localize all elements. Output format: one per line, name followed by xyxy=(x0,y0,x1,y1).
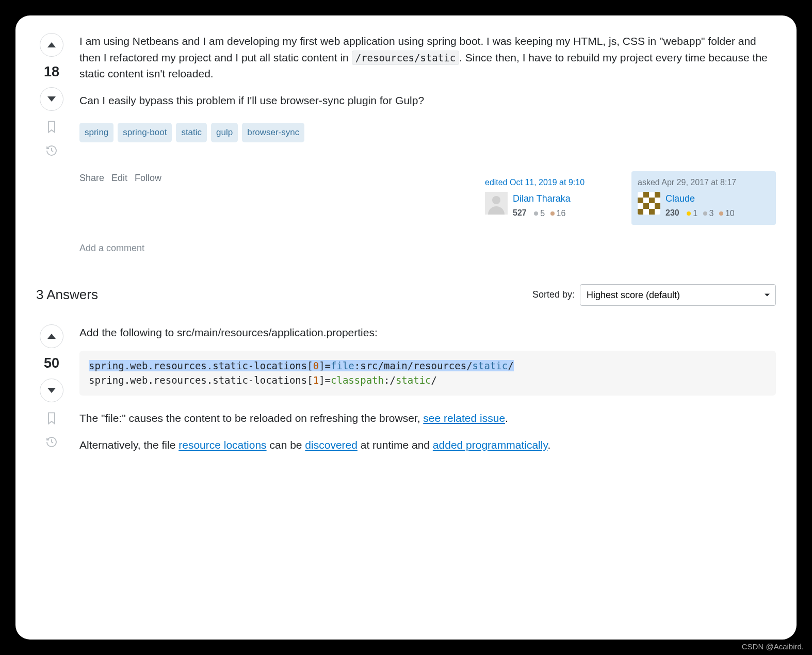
history-icon xyxy=(45,144,58,157)
question-body: I am using Netbeans and I am developing … xyxy=(79,33,776,255)
follow-link[interactable]: Follow xyxy=(135,171,161,185)
question-vote-column: 18 xyxy=(36,33,67,255)
timeline-button[interactable] xyxy=(45,436,58,450)
edit-link[interactable]: Edit xyxy=(111,171,127,185)
bookmark-button[interactable] xyxy=(46,412,57,427)
caret-up-icon xyxy=(47,333,56,339)
question-footer: Share Edit Follow edited Oct 11, 2019 at… xyxy=(79,171,776,225)
answer-vote-score: 50 xyxy=(44,355,59,371)
upvote-button[interactable] xyxy=(40,33,63,57)
editor-card: edited Oct 11, 2019 at 9:10 Dilan Tharak… xyxy=(479,171,623,225)
share-link[interactable]: Share xyxy=(79,171,104,185)
watermark: CSDN @Acaibird. xyxy=(742,642,804,651)
answers-header: 3 Answers Sorted by: Highest score (defa… xyxy=(36,284,776,306)
caret-up-icon xyxy=(47,42,56,48)
avatar[interactable] xyxy=(485,192,508,215)
edit-timestamp[interactable]: edited Oct 11, 2019 at 9:10 xyxy=(485,176,617,189)
ask-timestamp: asked Apr 29, 2017 at 8:17 xyxy=(638,176,770,189)
caret-down-icon xyxy=(47,96,56,102)
answer-paragraph: Add the following to src/main/resources/… xyxy=(79,324,776,341)
user-cards: edited Oct 11, 2019 at 9:10 Dilan Tharak… xyxy=(479,171,776,225)
asker-name[interactable]: Claude xyxy=(665,192,735,206)
downvote-button[interactable] xyxy=(40,379,63,402)
tag[interactable]: static xyxy=(176,123,207,142)
answer-body: Add the following to src/main/resources/… xyxy=(79,324,776,464)
question-vote-score: 18 xyxy=(44,64,59,80)
tag[interactable]: spring-boot xyxy=(118,123,172,142)
post-actions: Share Edit Follow xyxy=(79,171,161,185)
editor-rep: 527 5 16 xyxy=(513,207,571,220)
downvote-button[interactable] xyxy=(40,87,63,111)
history-icon xyxy=(45,436,58,448)
answer-paragraph: The "file:" causes the content to be rel… xyxy=(79,410,776,427)
bookmark-icon xyxy=(46,412,57,425)
add-comment-link[interactable]: Add a comment xyxy=(79,241,776,255)
avatar[interactable] xyxy=(638,192,660,215)
tag[interactable]: browser-sync xyxy=(242,123,304,142)
question-paragraph: Can I easily bypass this problem if I'll… xyxy=(79,92,776,109)
upvote-button[interactable] xyxy=(40,324,63,348)
bookmark-button[interactable] xyxy=(46,120,57,135)
avatar-placeholder-icon xyxy=(485,192,508,215)
answer-post: 50 Add the following to src/main/resourc… xyxy=(36,324,776,464)
bookmark-icon xyxy=(46,120,57,134)
timeline-button[interactable] xyxy=(45,144,58,158)
content-card: 18 I am using Netbeans and I am developi… xyxy=(15,15,797,640)
caret-down-icon xyxy=(47,387,56,394)
answers-title: 3 Answers xyxy=(36,287,98,303)
svg-point-1 xyxy=(492,196,500,204)
answer-vote-column: 50 xyxy=(36,324,67,464)
asker-rep: 230 1 3 10 xyxy=(665,207,735,220)
related-issue-link[interactable]: see related issue xyxy=(423,412,505,424)
added-programmatically-link[interactable]: added programmatically xyxy=(433,439,548,451)
tag-list: spring spring-boot static gulp browser-s… xyxy=(79,123,776,142)
question-post: 18 I am using Netbeans and I am developi… xyxy=(36,33,776,255)
discovered-link[interactable]: discovered xyxy=(305,439,358,451)
editor-name[interactable]: Dilan Tharaka xyxy=(513,192,571,206)
asker-card: asked Apr 29, 2017 at 8:17 Claude 230 1 … xyxy=(631,171,776,225)
sorted-by-label: Sorted by: xyxy=(532,289,575,300)
sort-control: Sorted by: Highest score (default) xyxy=(532,284,776,306)
tag[interactable]: gulp xyxy=(211,123,238,142)
resource-locations-link[interactable]: resource locations xyxy=(178,439,266,451)
sort-select[interactable]: Highest score (default) xyxy=(580,284,776,306)
answer-paragraph: Alternatively, the file resource locatio… xyxy=(79,437,776,453)
question-paragraph: I am using Netbeans and I am developing … xyxy=(79,33,776,82)
inline-code: /resources/static xyxy=(352,51,459,65)
tag[interactable]: spring xyxy=(79,123,113,142)
code-block: spring.web.resources.static-locations[0]… xyxy=(79,351,776,396)
